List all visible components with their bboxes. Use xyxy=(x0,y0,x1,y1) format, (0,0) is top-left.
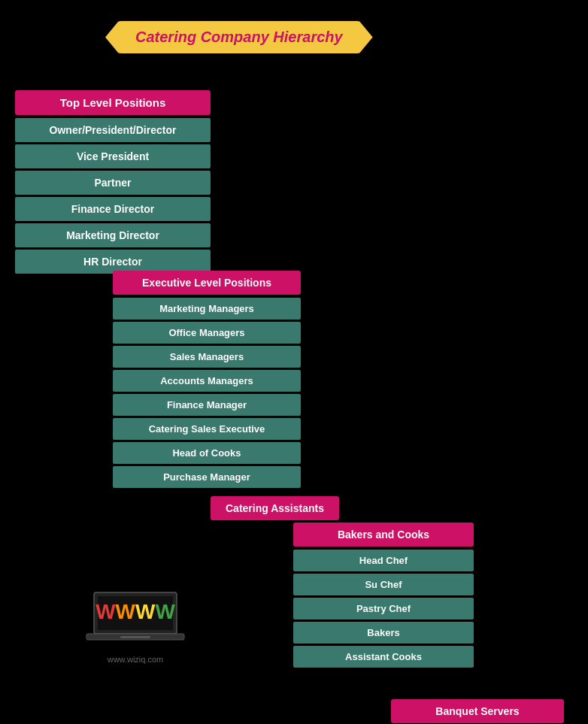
banquet-servers-label: Banquet Servers xyxy=(391,699,564,723)
executive-level-items: Marketing ManagersOffice ManagersSales M… xyxy=(113,298,301,488)
bakers-cooks-items: Head ChefSu ChefPastry ChefBakersAssista… xyxy=(293,550,474,668)
svg-text:WWWW: WWWW xyxy=(95,600,175,623)
col1-top-level: Top Level Positions Owner/President/Dire… xyxy=(15,90,211,276)
page-title: Catering Company Hierarchy xyxy=(135,29,343,45)
top-level-items: Owner/President/DirectorVice PresidentPa… xyxy=(15,118,211,274)
executive-level-item: Sales Managers xyxy=(113,346,301,368)
executive-level-header: Executive Level Positions xyxy=(113,271,301,295)
top-level-item: Partner xyxy=(15,171,211,195)
bakers-cooks-header: Bakers and Cooks xyxy=(293,523,474,547)
svg-rect-4 xyxy=(120,636,150,638)
col2-executive-level: Executive Level Positions Marketing Mana… xyxy=(113,271,301,490)
logo-area: WWWW www.wiziq.com xyxy=(83,589,188,664)
title-shape: Catering Company Hierarchy xyxy=(105,21,373,53)
top-level-header: Top Level Positions xyxy=(15,90,211,115)
bakers-cooks-item: Pastry Chef xyxy=(293,598,474,619)
col3-bakers-cooks: Bakers and Cooks Head ChefSu ChefPastry … xyxy=(293,523,474,670)
top-level-item: Finance Director xyxy=(15,197,211,221)
top-level-item: Owner/President/Director xyxy=(15,118,211,142)
executive-level-item: Purchase Manager xyxy=(113,466,301,488)
catering-assistants-label: Catering Assistants xyxy=(211,496,339,520)
executive-level-item: Marketing Managers xyxy=(113,298,301,320)
page-wrapper: Catering Company Hierarchy Top Level Pos… xyxy=(0,0,588,724)
executive-level-item: Accounts Managers xyxy=(113,370,301,392)
bakers-cooks-item: Bakers xyxy=(293,622,474,644)
executive-level-item: Catering Sales Executive xyxy=(113,418,301,440)
executive-level-item: Head of Cooks xyxy=(113,442,301,464)
bakers-cooks-item: Head Chef xyxy=(293,550,474,571)
bakers-cooks-item: Assistant Cooks xyxy=(293,646,474,668)
top-level-item: Marketing Director xyxy=(15,223,211,247)
laptop-icon: WWWW xyxy=(83,589,188,649)
bakers-cooks-item: Su Chef xyxy=(293,574,474,595)
executive-level-item: Office Managers xyxy=(113,322,301,344)
executive-level-item: Finance Manager xyxy=(113,394,301,416)
logo-url: www.wiziq.com xyxy=(83,655,188,664)
top-level-item: Vice President xyxy=(15,144,211,168)
